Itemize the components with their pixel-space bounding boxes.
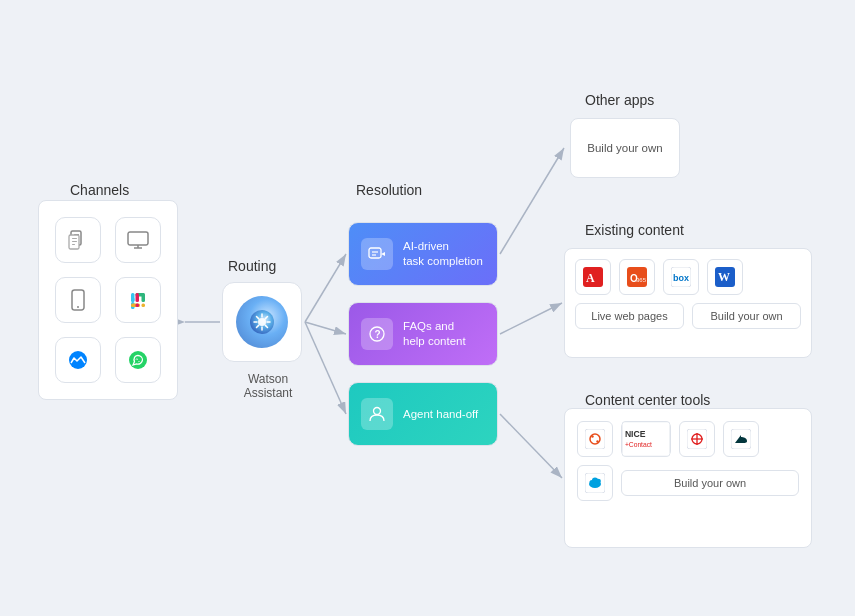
zendesk-icon xyxy=(723,421,759,457)
svg-point-21 xyxy=(77,306,79,308)
faq-resolution-text: FAQs and help content xyxy=(403,319,466,349)
svg-rect-24 xyxy=(131,298,135,302)
svg-line-4 xyxy=(305,322,346,334)
word-icon: W xyxy=(707,259,743,295)
svg-line-6 xyxy=(500,148,564,254)
svg-line-5 xyxy=(305,322,346,414)
svg-point-48 xyxy=(374,408,381,415)
messenger-channel-icon xyxy=(55,337,101,383)
content-tools-box: NICE +Contact xyxy=(564,408,812,548)
acrobat-icon: A xyxy=(575,259,611,295)
other-apps-build-own: Build your own xyxy=(587,141,662,156)
channels-box xyxy=(38,200,178,400)
ai-icon xyxy=(361,238,393,270)
svg-line-3 xyxy=(305,254,346,322)
svg-point-61 xyxy=(596,440,598,442)
resolution-label: Resolution xyxy=(356,182,422,198)
watson-box xyxy=(222,282,302,362)
salesforce-icon xyxy=(577,465,613,501)
agent-icon xyxy=(361,398,393,430)
live-web-pages-card: Live web pages xyxy=(575,303,684,329)
diagram-container: Channels xyxy=(0,0,855,616)
svg-point-60 xyxy=(591,435,593,437)
agent-resolution-text: Agent hand-off xyxy=(403,407,478,422)
svg-text:A: A xyxy=(586,271,595,285)
svg-rect-43 xyxy=(369,248,381,258)
other-apps-label: Other apps xyxy=(585,92,654,108)
existing-apps-bottom-row: Live web pages Build your own xyxy=(575,303,801,329)
ai-resolution-text: AI-driven task completion xyxy=(403,239,483,269)
svg-rect-26 xyxy=(142,293,146,302)
slack-channel-icon xyxy=(115,277,161,323)
svg-text:W: W xyxy=(718,270,730,284)
svg-text:NICE: NICE xyxy=(625,429,646,439)
svg-rect-27 xyxy=(142,304,146,308)
genesys-icon xyxy=(679,421,715,457)
svg-rect-17 xyxy=(128,232,148,245)
svg-line-7 xyxy=(500,303,562,334)
channels-label: Channels xyxy=(70,182,129,198)
svg-text:box: box xyxy=(673,273,689,283)
box-icon: box xyxy=(663,259,699,295)
svg-rect-14 xyxy=(72,238,77,239)
nice-icon: NICE +Contact xyxy=(621,421,671,457)
office365-icon: O 365 xyxy=(619,259,655,295)
existing-apps-top-row: A O 365 box xyxy=(575,259,801,295)
svg-point-74 xyxy=(592,478,598,483)
faq-icon: ? xyxy=(361,318,393,350)
mobile-channel-icon xyxy=(55,277,101,323)
svg-text:+Contact: +Contact xyxy=(625,441,652,448)
tools-build-own-card: Build your own xyxy=(621,470,799,496)
svg-rect-16 xyxy=(72,244,75,245)
svg-text:365: 365 xyxy=(636,277,647,283)
svg-rect-29 xyxy=(136,304,140,308)
svg-rect-30 xyxy=(136,293,140,302)
tools-bottom-row: Build your own xyxy=(577,465,799,501)
svg-point-32 xyxy=(129,351,147,369)
svg-rect-15 xyxy=(72,241,77,242)
watson-icon xyxy=(236,296,288,348)
faq-resolution-card: ? FAQs and help content xyxy=(348,302,498,366)
desktop-channel-icon xyxy=(115,217,161,263)
existing-content-label: Existing content xyxy=(585,222,684,238)
content-tools-label: Content center tools xyxy=(585,392,710,408)
tools-top-row: NICE +Contact xyxy=(577,421,799,457)
svg-text:?: ? xyxy=(375,329,381,340)
svg-line-8 xyxy=(500,414,562,478)
watson-label: Watson Assistant xyxy=(225,372,311,400)
twilio-icon xyxy=(577,421,613,457)
agent-resolution-card: Agent hand-off xyxy=(348,382,498,446)
whatsapp-channel-icon xyxy=(115,337,161,383)
svg-point-34 xyxy=(258,318,266,326)
existing-build-own-card: Build your own xyxy=(692,303,801,329)
document-channel-icon xyxy=(55,217,101,263)
svg-rect-58 xyxy=(585,429,605,449)
existing-content-box: A O 365 box xyxy=(564,248,812,358)
other-apps-box: Build your own xyxy=(570,118,680,178)
ai-resolution-card: AI-driven task completion xyxy=(348,222,498,286)
routing-label: Routing xyxy=(228,258,276,274)
